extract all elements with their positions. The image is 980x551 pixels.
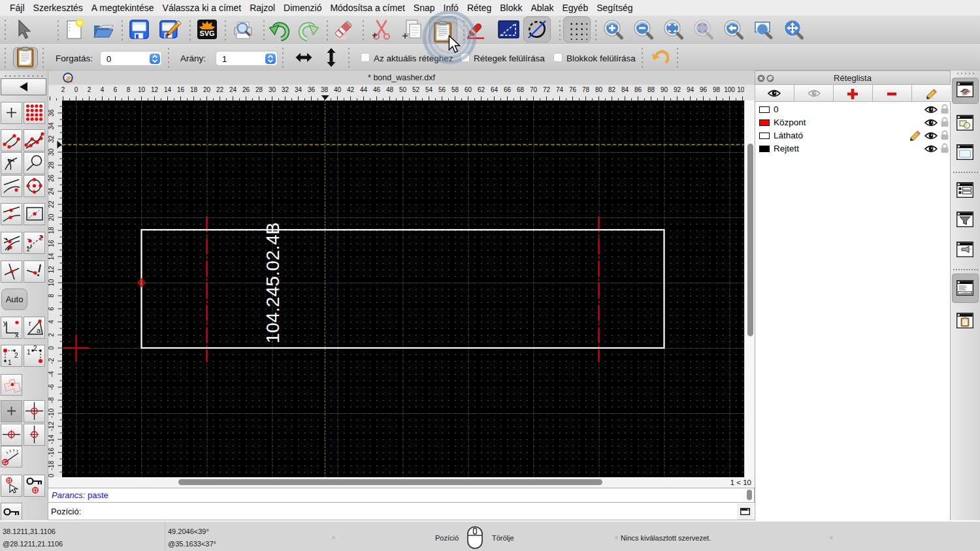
svg-text:28: 28: [48, 161, 55, 169]
svg-text:0: 0: [48, 346, 55, 350]
svg-text:90: 90: [661, 86, 668, 93]
svg-text:8: 8: [48, 294, 55, 298]
svg-text:10: 10: [48, 279, 55, 287]
svg-text:32: 32: [282, 86, 289, 93]
svg-text:52: 52: [412, 86, 420, 93]
svg-text:24: 24: [48, 187, 55, 195]
svg-text:1: 1: [26, 245, 30, 253]
svg-text:SVG: SVG: [199, 29, 214, 37]
svg-text:74: 74: [556, 86, 564, 93]
svg-text:c:command: c:command: [960, 292, 972, 294]
svg-text:86: 86: [634, 86, 642, 93]
svg-text:44: 44: [360, 86, 368, 93]
svg-text:94: 94: [687, 86, 694, 93]
svg-text:-16: -16: [48, 447, 55, 457]
svg-text:64: 64: [491, 86, 498, 93]
svg-text:68: 68: [517, 86, 525, 93]
svg-text:34: 34: [48, 122, 55, 130]
svg-text:2: 2: [61, 86, 65, 93]
svg-text:16: 16: [48, 240, 55, 247]
svg-text:66: 66: [504, 86, 512, 93]
svg-text:12: 12: [48, 266, 55, 274]
svg-text:18: 18: [190, 86, 198, 93]
svg-text:82: 82: [608, 86, 616, 93]
svg-text:1: 1: [27, 349, 31, 356]
svg-text:30: 30: [48, 148, 55, 156]
svg-text:34: 34: [295, 86, 302, 93]
svg-text:26: 26: [48, 174, 55, 182]
svg-text:20: 20: [203, 86, 211, 93]
svg-text:-18: -18: [48, 460, 55, 470]
svg-text:2: 2: [48, 333, 55, 337]
svg-text:20: 20: [48, 213, 55, 221]
svg-text:84: 84: [621, 86, 629, 93]
svg-text:12: 12: [151, 86, 159, 93]
svg-text:8: 8: [127, 86, 131, 93]
svg-text:0: 0: [74, 86, 78, 93]
svg-text:x: x: [15, 331, 19, 338]
svg-text:6: 6: [114, 86, 118, 93]
svg-text:-6: -6: [48, 384, 55, 390]
svg-text:4: 4: [48, 320, 55, 324]
svg-text:50: 50: [399, 86, 407, 93]
svg-text:46: 46: [373, 86, 381, 93]
svg-text:58: 58: [451, 86, 459, 93]
svg-text:-2: -2: [48, 358, 55, 364]
svg-text:-14: -14: [48, 434, 55, 444]
svg-text:26: 26: [242, 86, 250, 93]
svg-text:88: 88: [647, 86, 655, 93]
svg-text:y: y: [3, 319, 7, 326]
svg-text:104.245.02.4B: 104.245.02.4B: [262, 222, 283, 343]
svg-text:30: 30: [269, 86, 276, 93]
svg-text:-8: -8: [48, 397, 55, 403]
svg-text:-4: -4: [48, 371, 55, 377]
svg-text:28: 28: [255, 86, 263, 93]
svg-text:2: 2: [88, 86, 91, 93]
svg-text:r: r: [29, 319, 31, 327]
svg-text:40: 40: [334, 86, 342, 93]
svg-text:24: 24: [229, 86, 237, 93]
svg-text:100: 100: [724, 86, 735, 93]
svg-text:56: 56: [438, 86, 446, 93]
svg-text:2: 2: [14, 352, 18, 359]
svg-text:62: 62: [478, 86, 485, 93]
svg-text:2: 2: [33, 345, 37, 352]
svg-text:80: 80: [595, 86, 603, 93]
svg-text:-12: -12: [48, 421, 55, 431]
svg-text:36: 36: [308, 86, 316, 93]
svg-text:1: 1: [8, 359, 12, 366]
svg-text:36: 36: [48, 109, 55, 117]
svg-text:16: 16: [177, 86, 185, 93]
svg-text:38: 38: [321, 86, 329, 93]
svg-text:102: 102: [737, 86, 744, 93]
svg-text:42: 42: [347, 86, 355, 93]
svg-text:78: 78: [582, 86, 590, 93]
svg-text:72: 72: [543, 86, 551, 93]
svg-text:6: 6: [48, 307, 55, 311]
svg-text:14: 14: [48, 253, 55, 260]
svg-text:54: 54: [425, 86, 433, 93]
svg-text:32: 32: [48, 135, 55, 143]
svg-text:96: 96: [700, 86, 708, 93]
svg-text:70: 70: [530, 86, 538, 93]
svg-text:-10: -10: [48, 408, 55, 418]
svg-text:98: 98: [713, 86, 721, 93]
svg-text:92: 92: [674, 86, 681, 93]
svg-text:a: a: [37, 326, 41, 334]
svg-text:10: 10: [138, 86, 146, 93]
svg-text:22: 22: [216, 86, 224, 93]
svg-text:14: 14: [164, 86, 172, 93]
svg-text:60: 60: [465, 86, 472, 93]
svg-text:48: 48: [386, 86, 394, 93]
svg-text:18: 18: [48, 227, 55, 234]
svg-text:4: 4: [101, 86, 105, 93]
svg-text:76: 76: [569, 86, 577, 93]
svg-text:22: 22: [48, 200, 55, 208]
